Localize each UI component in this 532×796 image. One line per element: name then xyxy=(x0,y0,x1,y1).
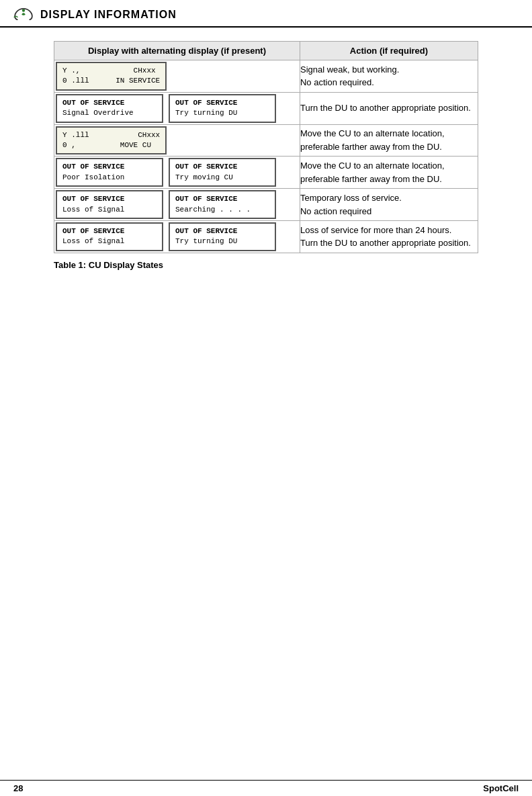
logo xyxy=(13,7,34,22)
oos-line2: Searching . . . . xyxy=(175,205,269,215)
lcd-display-row3: Y .lll CHxxx 0 , MOVE CU xyxy=(56,126,167,155)
action-text-row3: Move the CU to an alternate location, pr… xyxy=(300,128,445,152)
display-cell-row6: OUT OF SERVICE Loss of Signal OUT OF SER… xyxy=(54,220,300,253)
table-row: OUT OF SERVICE Loss of Signal OUT OF SER… xyxy=(54,189,478,221)
action-cell-row3: Move the CU to an alternate location, pr… xyxy=(300,124,478,157)
col-header-action: Action (if required) xyxy=(300,42,478,60)
oos-line1: OUT OF SERVICE xyxy=(62,194,157,204)
page-title: Display Information xyxy=(40,9,177,21)
display-info-table: Display with alternating display (if pre… xyxy=(54,41,478,253)
action-text-row6: Loss of service for more than 24 hours.T… xyxy=(300,225,471,249)
action-text-row4: Move the CU to an alternate location, pr… xyxy=(300,161,445,184)
footer-page-number: 28 xyxy=(13,783,23,793)
oos-line2: Try turning DU xyxy=(175,108,269,118)
page-content: Display with alternating display (if pre… xyxy=(0,28,532,283)
lcd-oos2-row4: OUT OF SERVICE Try moving CU xyxy=(169,158,276,187)
lcd-oos2-row5: OUT OF SERVICE Searching . . . . xyxy=(169,190,276,219)
oos-line1: OUT OF SERVICE xyxy=(62,226,157,236)
page-footer: 28 SpotCell xyxy=(0,780,532,796)
lcd-line2: 0 , MOVE CU xyxy=(62,140,160,150)
oos-line2: Loss of Signal xyxy=(62,205,157,215)
svg-point-0 xyxy=(22,9,25,12)
oos-pair-row5: OUT OF SERVICE Loss of Signal OUT OF SER… xyxy=(54,189,300,220)
oos-line1: OUT OF SERVICE xyxy=(175,194,269,204)
display-cell-row5: OUT OF SERVICE Loss of Signal OUT OF SER… xyxy=(54,189,300,221)
col-header-display: Display with alternating display (if pre… xyxy=(54,42,300,60)
lcd-line2: 0 .lll IN SERVICE xyxy=(62,76,160,86)
lcd-oos2-row6: OUT OF SERVICE Try turning DU xyxy=(169,222,276,251)
action-cell-row2: Turn the DU to another appropriate posit… xyxy=(300,92,478,124)
table-row: OUT OF SERVICE Poor Isolation OUT OF SER… xyxy=(54,157,478,189)
lcd-oos1-row2: OUT OF SERVICE Signal Overdrive xyxy=(56,94,163,123)
lcd-display-row1: Y ., CHxxx 0 .lll IN SERVICE xyxy=(56,62,167,91)
oos-line1: OUT OF SERVICE xyxy=(175,226,269,236)
action-text-row2: Turn the DU to another appropriate posit… xyxy=(300,103,471,113)
oos-pair-row6: OUT OF SERVICE Loss of Signal OUT OF SER… xyxy=(54,221,300,253)
footer-brand: SpotCell xyxy=(483,783,519,793)
action-text-row1: Signal weak, but working.No action requi… xyxy=(300,64,399,88)
oos-line2: Try turning DU xyxy=(175,236,269,247)
table-caption: Table 1: CU Display States xyxy=(54,260,478,270)
oos-line2: Poor Isolation xyxy=(62,173,157,183)
display-cell-row1: Y ., CHxxx 0 .lll IN SERVICE xyxy=(54,60,300,93)
lcd-oos2-row2: OUT OF SERVICE Try turning DU xyxy=(169,94,276,123)
lcd-oos1-row5: OUT OF SERVICE Loss of Signal xyxy=(56,190,163,219)
display-cell-row2: OUT OF SERVICE Signal Overdrive OUT OF S… xyxy=(54,92,300,124)
page-header: Display Information xyxy=(0,0,532,28)
lcd-oos1-row6: OUT OF SERVICE Loss of Signal xyxy=(56,222,163,251)
action-cell-row5: Temporary loss of service.No action requ… xyxy=(300,189,478,221)
display-cell-row3: Y .lll CHxxx 0 , MOVE CU xyxy=(54,124,300,157)
oos-line1: OUT OF SERVICE xyxy=(175,98,269,108)
display-cell-row4: OUT OF SERVICE Poor Isolation OUT OF SER… xyxy=(54,157,300,189)
table-row: Y .lll CHxxx 0 , MOVE CU Move the CU to … xyxy=(54,124,478,157)
oos-line2: Loss of Signal xyxy=(62,236,157,247)
oos-line1: OUT OF SERVICE xyxy=(62,162,157,172)
action-cell-row4: Move the CU to an alternate location, pr… xyxy=(300,157,478,189)
oos-line1: OUT OF SERVICE xyxy=(62,98,157,108)
oos-line2: Try moving CU xyxy=(175,173,269,183)
action-text-row5: Temporary loss of service.No action requ… xyxy=(300,193,402,216)
table-row: OUT OF SERVICE Signal Overdrive OUT OF S… xyxy=(54,92,478,124)
lcd-oos1-row4: OUT OF SERVICE Poor Isolation xyxy=(56,158,163,187)
lcd-line1: Y ., CHxxx xyxy=(62,66,160,76)
action-cell-row6: Loss of service for more than 24 hours.T… xyxy=(300,220,478,253)
oos-line1: OUT OF SERVICE xyxy=(175,162,269,172)
oos-pair-row2: OUT OF SERVICE Signal Overdrive OUT OF S… xyxy=(54,93,300,124)
lcd-line1: Y .lll CHxxx xyxy=(62,130,160,140)
oos-pair-row4: OUT OF SERVICE Poor Isolation OUT OF SER… xyxy=(54,157,300,188)
table-row: OUT OF SERVICE Loss of Signal OUT OF SER… xyxy=(54,220,478,253)
action-cell-row1: Signal weak, but working.No action requi… xyxy=(300,60,478,93)
oos-line2: Signal Overdrive xyxy=(62,108,157,118)
table-row: Y ., CHxxx 0 .lll IN SERVICE Signal weak… xyxy=(54,60,478,93)
